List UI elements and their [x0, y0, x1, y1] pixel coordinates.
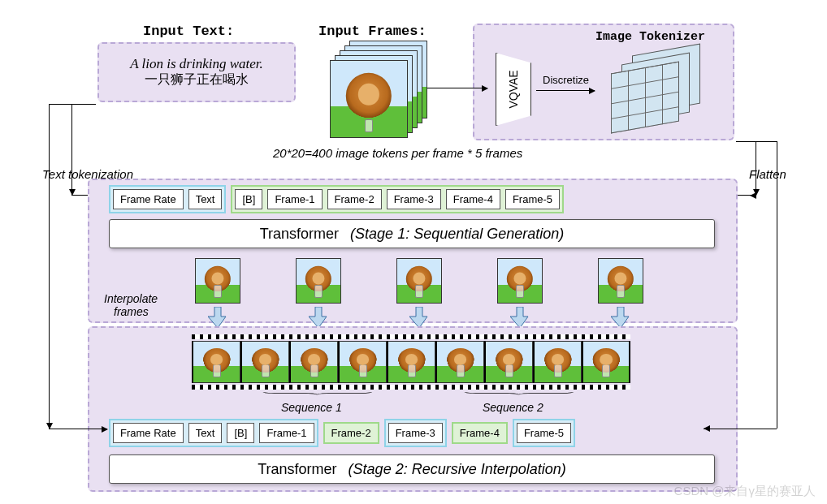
down-arrow-icon [309, 307, 328, 328]
sequence1-label: Sequence 1 [281, 401, 342, 414]
outer-left-into-stage2 [49, 429, 107, 429]
film-frame-icon [289, 341, 338, 383]
interpolate-label-l1: Interpolate [104, 292, 158, 305]
outer-left-vertical [49, 104, 50, 429]
transformer-stage1-box: Transformer (Stage 1: Sequential Generat… [109, 219, 715, 248]
down-arrow-icon [611, 307, 630, 328]
blue-arrow-row [208, 307, 630, 328]
outer-left-top-seg [49, 104, 96, 105]
film-frame-icon [240, 341, 289, 383]
stage1-token-row: Frame Rate Text [B] Frame-1 Frame-2 Fram… [109, 185, 564, 213]
stage2-blue-segment-3: Frame-5 [513, 419, 575, 447]
token-f5: Frame-5 [505, 189, 560, 209]
down-arrow-icon [510, 307, 530, 328]
input-frames-stack [330, 41, 427, 138]
input-text-en: A lion is drinking water. [130, 56, 263, 72]
outer-right-top-seg [736, 141, 777, 142]
film-frame-icon [435, 341, 484, 383]
token-f4: Frame-4 [446, 189, 500, 209]
token-f2: Frame-2 [327, 189, 382, 209]
stage1-green-segment: [B] Frame-1 Frame-2 Frame-3 Frame-4 Fram… [231, 185, 564, 213]
stage2-blue-segment: Frame Rate Text [B] Frame-1 [109, 419, 318, 447]
film-frame-icon [192, 341, 240, 383]
image-tokenizer-box: Image Tokenizer VQVAE Discretize [473, 24, 734, 140]
down-arrow-icon [208, 307, 227, 328]
token-f1: Frame-1 [267, 189, 322, 209]
film-frame-icon [484, 341, 533, 383]
transformer-stage2-sub: (Stage 2: Recursive Interpolation) [349, 461, 566, 478]
outer-right-arrowhead [704, 425, 710, 432]
outer-right-bottom-seg [704, 429, 777, 429]
tokenizer-grid-icon [611, 50, 700, 127]
lion-frame-icon [396, 258, 442, 304]
transformer-title-1: Transformer [260, 226, 339, 243]
filmstrip [192, 334, 630, 390]
token-B-2: [B] [227, 423, 254, 443]
tokens-per-frame-note: 20*20=400 image tokens per frame * 5 fra… [273, 146, 522, 160]
token-f5-2: Frame-5 [517, 423, 571, 443]
watermark: CSDN @来自γ星的赛亚人 [674, 484, 816, 499]
arrow-vqvae-to-grid [536, 90, 595, 91]
header-input-frames-label: Input Frames: [318, 24, 426, 39]
image-tokenizer-label: Image Tokenizer [595, 30, 705, 44]
arrow-text-down [71, 104, 72, 195]
film-frame-icon [533, 341, 582, 383]
input-text-zh: 一只狮子正在喝水 [145, 71, 249, 88]
token-f3: Frame-3 [387, 189, 441, 209]
lion-frame-icon [598, 258, 643, 304]
arrow-flatten-down [756, 141, 756, 195]
sequence2-label: Sequence 2 [483, 401, 543, 414]
token-f2-green: Frame-2 [323, 422, 379, 444]
transformer-stage1-sub: (Stage 1: Sequential Generation) [350, 226, 564, 243]
token-f4-green: Frame-4 [452, 422, 508, 444]
transformer-title-2: Transformer [258, 461, 336, 478]
token-frame-rate: Frame Rate [113, 189, 184, 209]
arrow-frames-to-tokenizer [427, 88, 487, 88]
stage1-output-row [195, 258, 643, 304]
film-frame-icon [338, 341, 387, 383]
header-input-text-label: Input Text: [143, 24, 234, 39]
vqvae-block: VQVAE [496, 53, 531, 126]
token-text-2: Text [188, 423, 223, 443]
stage2-blue-segment-2: Frame-3 [384, 419, 447, 447]
token-f3-2: Frame-3 [388, 423, 443, 443]
token-frame-rate-2: Frame Rate [113, 423, 184, 443]
token-f1-2: Frame-1 [259, 423, 314, 443]
token-text: Text [188, 189, 223, 209]
outer-right-vertical [777, 141, 777, 429]
lion-frame-icon [296, 258, 341, 304]
stage1-blue-segment: Frame Rate Text [109, 185, 226, 213]
input-text-box: A lion is drinking water. 一只狮子正在喝水 [97, 42, 296, 102]
stage2-token-row: Frame Rate Text [B] Frame-1 Frame-2 Fram… [109, 419, 575, 447]
interpolate-label-l2: frames [114, 305, 149, 318]
lion-frame-icon [497, 258, 543, 304]
film-frame-icon [582, 341, 630, 383]
film-frame-icon [387, 341, 435, 383]
vqvae-label: VQVAE [507, 70, 520, 108]
down-arrow-icon [409, 307, 429, 328]
transformer-stage2-box: Transformer (Stage 2: Recursive Interpol… [109, 454, 715, 484]
discretize-label: Discretize [543, 74, 589, 86]
lion-frame-icon [195, 258, 240, 304]
flatten-label: Flatten [749, 167, 786, 181]
token-B: [B] [235, 189, 262, 209]
